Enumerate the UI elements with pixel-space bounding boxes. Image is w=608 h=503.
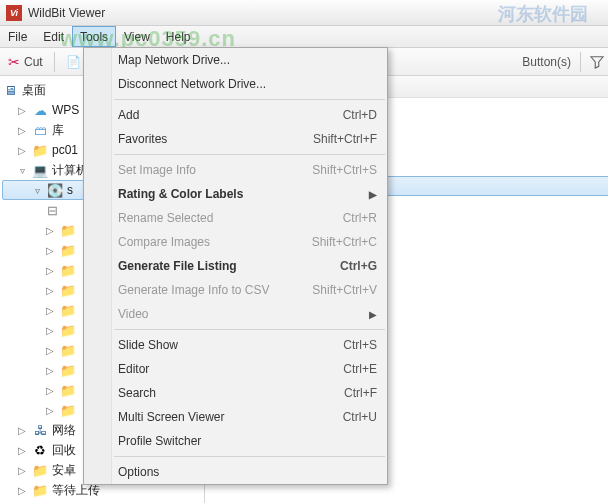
buttons-label: Button(s) xyxy=(522,55,571,69)
menu-separator xyxy=(114,456,385,457)
shortcut: Shift+Ctrl+F xyxy=(313,132,377,146)
expand-icon[interactable]: ▷ xyxy=(44,305,56,316)
menu-multi-screen[interactable]: Multi Screen ViewerCtrl+U xyxy=(84,405,387,429)
menu-edit[interactable]: Edit xyxy=(35,26,72,47)
toolbar-separator xyxy=(54,52,55,72)
scissors-icon: ✂ xyxy=(8,54,20,70)
folder-icon: 📁 xyxy=(60,382,76,398)
expand-icon[interactable]: ▷ xyxy=(44,325,56,336)
menu-map-drive[interactable]: Map Network Drive... xyxy=(84,48,387,72)
expand-icon[interactable]: ▷ xyxy=(44,225,56,236)
folder-icon: 📁 xyxy=(60,282,76,298)
expand-icon[interactable]: ▷ xyxy=(44,265,56,276)
shortcut: Shift+Ctrl+C xyxy=(312,235,377,249)
title-bar: Vi WildBit Viewer xyxy=(0,0,608,26)
expand-icon[interactable]: ▷ xyxy=(16,105,28,116)
cut-label: Cut xyxy=(24,55,43,69)
folder-icon: 📁 xyxy=(32,482,48,498)
copy-icon: 📄 xyxy=(66,55,81,69)
menu-slideshow[interactable]: Slide ShowCtrl+S xyxy=(84,333,387,357)
folder-icon: 📁 xyxy=(60,322,76,338)
menu-separator xyxy=(114,329,385,330)
filter-icon[interactable] xyxy=(590,55,604,69)
tools-menu: Map Network Drive... Disconnect Network … xyxy=(83,47,388,485)
menu-separator xyxy=(114,154,385,155)
expand-icon[interactable]: ▷ xyxy=(16,125,28,136)
drive-icon: 💽 xyxy=(47,182,63,198)
menu-options[interactable]: Options xyxy=(84,460,387,484)
collapse-icon[interactable]: ▿ xyxy=(16,165,28,176)
menu-gen-csv: Generate Image Info to CSVShift+Ctrl+V xyxy=(84,278,387,302)
expand-icon[interactable]: ▷ xyxy=(16,465,28,476)
shortcut: Shift+Ctrl+S xyxy=(312,163,377,177)
expand-icon[interactable]: ▷ xyxy=(16,485,28,496)
menu-help[interactable]: Help xyxy=(158,26,199,47)
cloud-icon: ☁ xyxy=(32,102,48,118)
expand-icon[interactable]: ▷ xyxy=(16,145,28,156)
shortcut: Ctrl+R xyxy=(343,211,377,225)
folder-icon: 📁 xyxy=(60,362,76,378)
expand-icon[interactable]: ▷ xyxy=(44,365,56,376)
cut-button[interactable]: ✂ Cut xyxy=(4,52,47,72)
menu-view[interactable]: View xyxy=(116,26,158,47)
menu-gen-listing[interactable]: Generate File ListingCtrl+G xyxy=(84,254,387,278)
menu-bar: File Edit Tools View Help xyxy=(0,26,608,48)
menu-tools[interactable]: Tools xyxy=(72,26,116,47)
menu-add[interactable]: AddCtrl+D xyxy=(84,103,387,127)
menu-rating-labels[interactable]: Rating & Color Labels▶ xyxy=(84,182,387,206)
expand-icon[interactable]: ▷ xyxy=(16,445,28,456)
menu-profile-switcher[interactable]: Profile Switcher xyxy=(84,429,387,453)
desktop-icon: 🖥 xyxy=(2,82,18,98)
submenu-arrow-icon: ▶ xyxy=(369,309,377,320)
drive-icon: ⊟ xyxy=(44,202,60,218)
expand-icon[interactable]: ▷ xyxy=(44,285,56,296)
menu-search[interactable]: SearchCtrl+F xyxy=(84,381,387,405)
expand-icon[interactable]: ▷ xyxy=(44,405,56,416)
menu-file[interactable]: File xyxy=(0,26,35,47)
shortcut: Ctrl+S xyxy=(343,338,377,352)
app-icon: Vi xyxy=(6,5,22,21)
menu-video: Video▶ xyxy=(84,302,387,326)
expand-icon[interactable]: ▷ xyxy=(44,245,56,256)
menu-disconnect-drive[interactable]: Disconnect Network Drive... xyxy=(84,72,387,96)
expand-icon[interactable]: ▷ xyxy=(44,385,56,396)
menu-compare: Compare ImagesShift+Ctrl+C xyxy=(84,230,387,254)
folder-icon: 📁 xyxy=(60,302,76,318)
expand-icon[interactable]: ▷ xyxy=(44,345,56,356)
expand-icon[interactable]: ▷ xyxy=(16,425,28,436)
menu-rename: Rename SelectedCtrl+R xyxy=(84,206,387,230)
window-title: WildBit Viewer xyxy=(28,6,105,20)
shortcut: Ctrl+F xyxy=(344,386,377,400)
network-icon: 🖧 xyxy=(32,422,48,438)
user-icon: 📁 xyxy=(32,142,48,158)
menu-editor[interactable]: EditorCtrl+E xyxy=(84,357,387,381)
folder-icon: 📁 xyxy=(60,402,76,418)
shortcut: Shift+Ctrl+V xyxy=(312,283,377,297)
computer-icon: 💻 xyxy=(32,162,48,178)
folder-icon: 📁 xyxy=(60,222,76,238)
shortcut: Ctrl+U xyxy=(343,410,377,424)
folder-icon: 📁 xyxy=(60,342,76,358)
menu-favorites[interactable]: FavoritesShift+Ctrl+F xyxy=(84,127,387,151)
collapse-icon[interactable]: ▿ xyxy=(31,185,43,196)
menu-set-image-info: Set Image InfoShift+Ctrl+S xyxy=(84,158,387,182)
copy-button[interactable]: 📄 xyxy=(62,53,85,71)
library-icon: 🗃 xyxy=(32,122,48,138)
submenu-arrow-icon: ▶ xyxy=(369,189,377,200)
toolbar-separator-2 xyxy=(580,52,581,72)
shortcut: Ctrl+G xyxy=(340,259,377,273)
folder-icon: 📁 xyxy=(60,262,76,278)
menu-separator xyxy=(114,99,385,100)
shortcut: Ctrl+D xyxy=(343,108,377,122)
folder-icon: 📁 xyxy=(32,462,48,478)
recycle-icon: ♻ xyxy=(32,442,48,458)
shortcut: Ctrl+E xyxy=(343,362,377,376)
folder-icon: 📁 xyxy=(60,242,76,258)
